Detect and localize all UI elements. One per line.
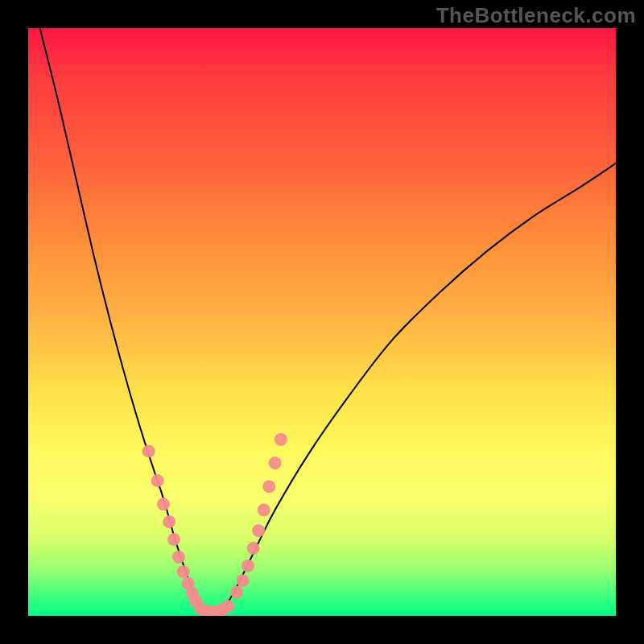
- watermark-text: TheBottleneck.com: [436, 3, 636, 28]
- data-point: [163, 515, 175, 528]
- data-point: [247, 542, 260, 555]
- dots-layer: [142, 433, 287, 616]
- data-point: [275, 433, 287, 446]
- data-point: [230, 586, 243, 599]
- curve-svg: [28, 28, 616, 616]
- data-point: [221, 600, 234, 613]
- data-point: [142, 445, 155, 458]
- data-point: [151, 474, 164, 487]
- plot-area: [28, 28, 616, 616]
- data-point: [262, 480, 275, 493]
- data-point: [172, 551, 185, 564]
- chart-frame: TheBottleneck.com: [0, 0, 644, 644]
- data-point: [242, 559, 254, 572]
- data-point: [269, 456, 282, 469]
- data-point: [177, 565, 190, 578]
- curve-layer: [40, 28, 616, 613]
- data-point: [236, 574, 249, 587]
- data-point: [167, 533, 180, 546]
- data-point: [252, 524, 265, 537]
- data-point: [157, 497, 170, 510]
- data-point: [258, 504, 270, 517]
- bottleneck-curve-path: [40, 28, 616, 613]
